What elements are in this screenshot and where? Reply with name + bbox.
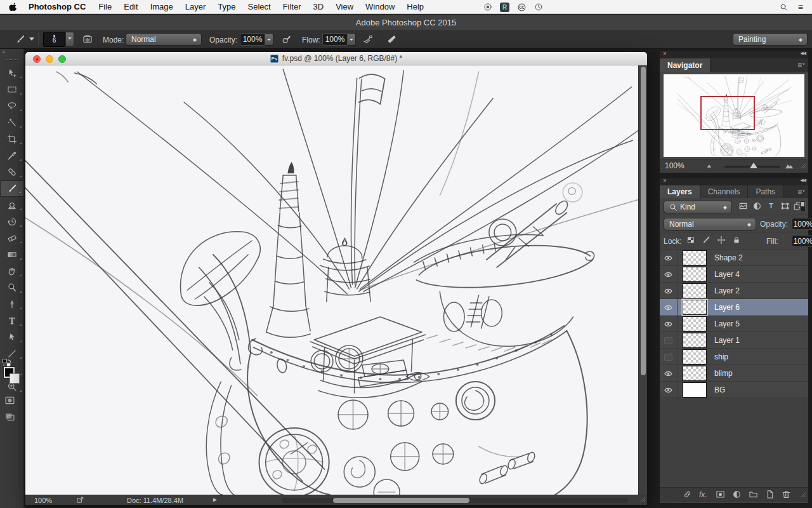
zoom-slider-thumb[interactable] [750, 163, 757, 168]
layer-row[interactable]: BG [660, 382, 808, 398]
layer-visibility-toggle[interactable] [660, 283, 678, 299]
layer-visibility-toggle[interactable] [660, 349, 678, 365]
layer-thumbnail[interactable] [683, 333, 707, 348]
layer-row[interactable]: Layer 2 [660, 283, 808, 299]
brush-preset-picker[interactable]: 6 [43, 32, 65, 47]
status-options-arrow-icon[interactable]: ► [212, 496, 218, 503]
toggle-brush-panel-icon[interactable] [80, 32, 95, 46]
collapse-panel-icon[interactable]: ◀◀ [800, 178, 806, 183]
navigator-zoom-slider[interactable] [724, 166, 780, 168]
opacity-dropdown-arrow[interactable] [265, 33, 273, 46]
zoom-in-mountain-icon[interactable] [785, 161, 794, 171]
spotlight-search-icon[interactable] [780, 3, 788, 11]
layer-visibility-toggle[interactable] [660, 332, 678, 349]
layer-row[interactable]: ship [660, 349, 808, 365]
type-tool[interactable] [0, 312, 24, 329]
dodge-tool[interactable] [0, 279, 24, 296]
r-app-icon[interactable]: R [500, 3, 509, 12]
marquee-tool[interactable] [0, 81, 24, 98]
brush-tool-preset-icon[interactable] [13, 32, 28, 46]
menu-3d[interactable]: 3D [313, 2, 324, 11]
filter-type-layers-icon[interactable]: T [766, 201, 776, 211]
layer-visibility-toggle[interactable] [660, 299, 678, 316]
pressure-size-icon[interactable] [384, 32, 400, 46]
tab-paths[interactable]: Paths [748, 185, 783, 198]
menu-layer[interactable]: Layer [185, 2, 206, 11]
history-brush-tool[interactable] [0, 213, 24, 230]
tab-channels[interactable]: Channels [700, 185, 749, 198]
magic-wand-tool[interactable] [0, 114, 24, 131]
layer-row[interactable]: blimp [660, 365, 808, 382]
horizontal-scrollbar-thumb[interactable] [333, 498, 469, 503]
layer-thumbnail[interactable] [683, 283, 707, 298]
navigator-proxy-rectangle[interactable] [700, 96, 755, 130]
filter-pixel-layers-icon[interactable] [738, 201, 748, 211]
menu-type[interactable]: Type [218, 2, 235, 11]
pen-tool[interactable] [0, 296, 24, 312]
menu-select[interactable]: Select [247, 2, 270, 11]
layer-filtering-toggle[interactable] [800, 201, 806, 212]
panel-resize-grip-icon[interactable] [799, 491, 807, 498]
menu-edit[interactable]: Edit [124, 2, 138, 11]
layer-visibility-toggle[interactable] [660, 266, 678, 283]
layer-thumbnail[interactable] [683, 267, 707, 282]
layer-visibility-toggle[interactable] [660, 250, 678, 266]
creative-cloud-icon[interactable] [517, 3, 527, 12]
layer-row[interactable]: Shape 2 [660, 250, 808, 266]
navigator-zoom-field[interactable]: 100% [665, 161, 684, 170]
panel-resize-grip-icon[interactable] [799, 162, 807, 170]
close-traffic-light[interactable] [33, 55, 41, 63]
clone-stamp-tool[interactable] [0, 197, 24, 213]
background-color-swatch[interactable] [10, 373, 20, 384]
vertical-scrollbar[interactable] [638, 65, 647, 495]
layer-row[interactable]: Layer 4 [660, 266, 808, 283]
menu-view[interactable]: View [336, 2, 353, 11]
layer-thumbnail[interactable] [683, 300, 707, 315]
layer-row[interactable]: Layer 5 [660, 316, 808, 332]
filter-adjustment-layers-icon[interactable] [752, 201, 762, 211]
close-panel-icon[interactable]: × [663, 177, 667, 184]
layer-style-fx-icon[interactable]: fx. [699, 490, 707, 499]
lock-paint-icon[interactable] [702, 236, 710, 244]
workspace-dropdown[interactable]: Painting [733, 33, 808, 46]
filter-shape-layers-icon[interactable] [780, 201, 790, 211]
pressure-opacity-icon[interactable] [279, 32, 294, 46]
screen-record-icon[interactable] [483, 3, 492, 11]
vertical-scrollbar-thumb[interactable] [641, 67, 646, 375]
status-zoom-field[interactable]: 100% [34, 497, 52, 504]
zoom-traffic-light[interactable] [58, 55, 66, 63]
menu-app-name[interactable]: Photoshop CC [29, 2, 86, 11]
menu-help[interactable]: Help [407, 2, 424, 11]
airbrush-icon[interactable] [360, 32, 376, 46]
tools-drag-grip[interactable] [6, 59, 18, 61]
menu-window[interactable]: Window [365, 2, 395, 11]
layer-visibility-toggle[interactable] [660, 382, 678, 398]
blend-mode-dropdown[interactable]: Normal [126, 33, 202, 46]
layer-opacity-field[interactable]: 100% [792, 218, 812, 230]
apple-logo-icon[interactable] [9, 2, 18, 12]
smudge-tool[interactable] [0, 263, 24, 279]
tool-preset-caret-icon[interactable] [29, 37, 34, 41]
layer-blend-mode-dropdown[interactable]: Normal [664, 218, 756, 231]
screen-mode-icon[interactable] [4, 411, 15, 422]
lasso-tool[interactable] [0, 98, 24, 114]
horizontal-scrollbar[interactable] [282, 498, 628, 503]
minimize-traffic-light[interactable] [46, 55, 53, 63]
filter-kind-dropdown[interactable]: Kind [664, 201, 732, 213]
tab-layers[interactable]: Layers [660, 185, 700, 198]
delete-layer-icon[interactable] [782, 490, 791, 499]
layer-visibility-toggle[interactable] [660, 316, 678, 332]
menu-image[interactable]: Image [150, 2, 173, 11]
layer-thumbnail[interactable] [683, 349, 707, 364]
layer-thumbnail[interactable] [683, 250, 707, 265]
menu-file[interactable]: File [98, 2, 112, 11]
menu-filter[interactable]: Filter [283, 2, 301, 11]
tools-collapse-chevrons[interactable]: » [0, 49, 23, 58]
flow-dropdown-arrow[interactable] [348, 33, 356, 46]
document-titlebar[interactable]: Ps fv.psd @ 100% (Layer 6, RGB/8#) * [25, 52, 647, 65]
gradient-tool[interactable] [0, 246, 24, 263]
quick-mask-icon[interactable] [4, 395, 15, 406]
healing-brush-tool[interactable] [0, 164, 24, 180]
layer-row[interactable]: Layer 1 [660, 332, 808, 349]
tab-navigator[interactable]: Navigator [660, 58, 710, 72]
